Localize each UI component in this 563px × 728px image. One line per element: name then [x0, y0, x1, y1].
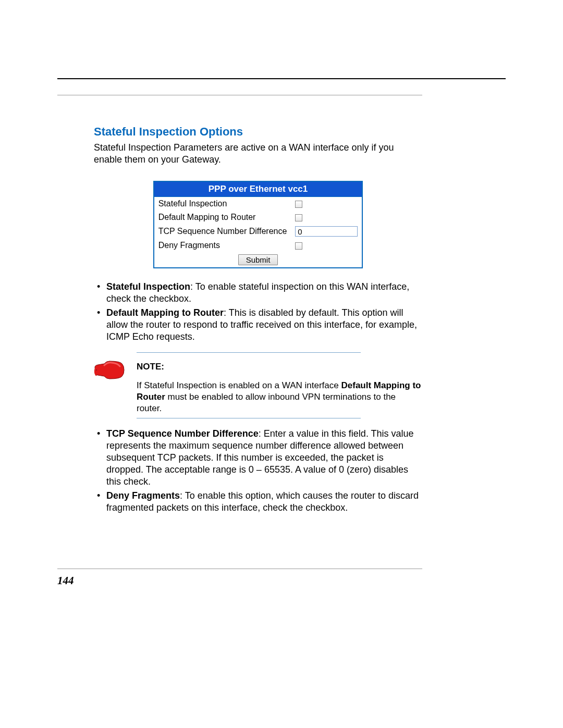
intro-paragraph: Stateful Inspection Parameters are activ… — [94, 142, 422, 165]
bullets-bottom: TCP Sequence Number Difference: Enter a … — [94, 428, 422, 514]
term: TCP Sequence Number Difference — [106, 428, 259, 439]
row-deny-fragments: Deny Fragments — [154, 239, 362, 252]
config-panel-wrap: PPP over Ethernet vcc1 Stateful Inspecti… — [94, 181, 422, 268]
panel-table: Stateful Inspection Default Mapping to R… — [154, 197, 362, 267]
term: Deny Fragments — [106, 490, 180, 501]
svg-text:(: ( — [94, 365, 97, 376]
list-item: Stateful Inspection: To enable stateful … — [94, 281, 422, 305]
submit-button[interactable]: Submit — [238, 254, 278, 265]
content-area: Stateful Inspection Options Stateful Ins… — [94, 125, 422, 516]
row-default-mapping: Default Mapping to Router — [154, 211, 362, 224]
note-pre: If Stateful Inspection is enabled on a W… — [137, 380, 341, 390]
bullets-top: Stateful Inspection: To enable stateful … — [94, 281, 422, 343]
page-top-rule — [57, 78, 506, 79]
note-block: ( NOTE: If Stateful Inspection is enable… — [94, 352, 422, 418]
note-icon-wrap: ( — [94, 358, 137, 382]
label-deny-fragments: Deny Fragments — [154, 239, 291, 252]
footer-rule — [57, 569, 422, 569]
term: Default Mapping to Router — [106, 307, 224, 318]
panel-header: PPP over Ethernet vcc1 — [154, 182, 362, 197]
header-separator — [57, 95, 422, 95]
list-item: TCP Sequence Number Difference: Enter a … — [94, 428, 422, 488]
note-post: must be enabled to allow inbound VPN ter… — [137, 392, 396, 413]
row-stateful-inspection: Stateful Inspection — [154, 197, 362, 211]
row-tcp-seq-diff: TCP Sequence Number Difference — [154, 224, 362, 239]
row-submit: Submit — [154, 252, 362, 267]
pointing-hand-icon: ( — [94, 358, 125, 382]
label-tcp-seq-diff: TCP Sequence Number Difference — [154, 224, 291, 239]
input-tcp-seq-diff[interactable] — [295, 226, 358, 237]
term: Stateful Inspection — [106, 281, 190, 292]
checkbox-deny-fragments[interactable] — [295, 242, 302, 250]
label-stateful-inspection: Stateful Inspection — [154, 197, 291, 211]
page-number: 144 — [57, 574, 74, 587]
note-text: NOTE: If Stateful Inspection is enabled … — [137, 358, 422, 414]
label-default-mapping: Default Mapping to Router — [154, 211, 291, 224]
list-item: Default Mapping to Router: This is disab… — [94, 307, 422, 343]
page: Stateful Inspection Options Stateful Ins… — [0, 0, 563, 728]
note-rule-bottom — [137, 418, 361, 418]
checkbox-default-mapping[interactable] — [295, 214, 302, 221]
list-item: Deny Fragments: To enable this option, w… — [94, 490, 422, 514]
checkbox-stateful-inspection[interactable] — [295, 201, 302, 208]
config-panel: PPP over Ethernet vcc1 Stateful Inspecti… — [153, 181, 363, 268]
note-label: NOTE: — [137, 361, 422, 373]
section-title: Stateful Inspection Options — [94, 125, 422, 139]
